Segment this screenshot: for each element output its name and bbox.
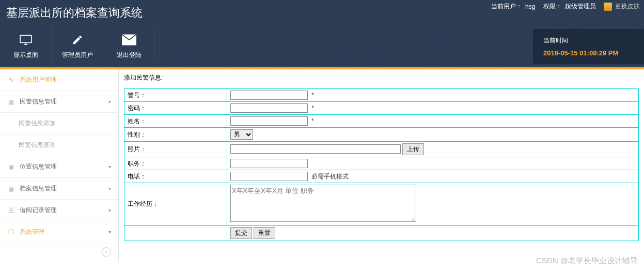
user-name: hsg	[525, 3, 535, 10]
list-icon: ☰	[7, 207, 14, 214]
pencil-icon: ✎	[7, 77, 14, 84]
label-password: 密码：	[124, 102, 227, 115]
reset-button[interactable]: 重置	[254, 227, 275, 239]
sidebar-subitem-police-query[interactable]: 民警信息查询	[0, 134, 118, 156]
time-panel: 当前时间 2018-05-15 01:08:29 PM	[533, 29, 644, 64]
upload-button[interactable]: 上传	[402, 143, 424, 155]
label-police-no: 警号：	[124, 89, 227, 102]
change-skin-link[interactable]: 更换皮肤	[615, 2, 640, 11]
sidebar-item-location-info[interactable]: ▣ 位置信息管理 ▾	[0, 156, 118, 178]
chevron-left-icon[interactable]: ‹	[102, 247, 111, 257]
app-title: 基层派出所的档案查询系统	[6, 5, 143, 21]
position-input[interactable]	[230, 159, 308, 168]
toolbar-label: 退出登陆	[117, 51, 142, 59]
grid-icon: ▦	[7, 185, 14, 192]
sidebar-item-system-user[interactable]: ✎ 系统用户管理	[0, 69, 118, 91]
user-label: 当前用户：	[491, 2, 522, 11]
chevron-down-icon: ▾	[108, 164, 111, 170]
label-gender: 性别：	[124, 128, 227, 142]
sidebar-item-file-info[interactable]: ▦ 档案信息管理 ▾	[0, 178, 118, 200]
submit-button[interactable]: 提交	[230, 227, 252, 239]
password-input[interactable]	[230, 103, 308, 113]
sidebar-item-label: 系统管理	[20, 228, 44, 236]
sidebar-subitem-police-add[interactable]: 民警信息添加	[0, 113, 118, 134]
sidebar-item-borrow-record[interactable]: ☰ 借阅记录管理 ▾	[0, 200, 118, 221]
time-value: 2018-05-15 01:08:29 PM	[543, 49, 634, 57]
sidebar-item-label: 借阅记录管理	[20, 206, 57, 215]
role-label: 权限：	[543, 2, 562, 11]
user-info: 当前用户：hsg 权限：超级管理员 更换皮肤	[491, 2, 640, 11]
toolbar: 显示桌面 管理员用户 退出登陆 当前时间 2018-05-15 01:08:29…	[0, 26, 644, 67]
app-header: 当前用户：hsg 权限：超级管理员 更换皮肤 基层派出所的档案查询系统 显示桌面…	[0, 0, 644, 67]
required-mark: *	[311, 117, 314, 125]
time-label: 当前时间	[543, 36, 634, 45]
label-name: 姓名：	[124, 115, 227, 128]
pencil-icon	[70, 34, 85, 46]
toolbar-label: 显示桌面	[13, 51, 38, 59]
skin-icon[interactable]	[604, 3, 612, 11]
chevron-down-icon: ▾	[108, 186, 111, 191]
photo-path-input[interactable]	[230, 144, 401, 154]
name-input[interactable]	[230, 116, 308, 126]
svg-rect-0	[20, 35, 32, 42]
toolbar-label: 管理员用户	[62, 51, 93, 59]
label-phone: 电话：	[124, 170, 227, 183]
phone-hint: 必需手机格式	[311, 173, 349, 180]
phone-input[interactable]	[230, 172, 308, 181]
box-icon: ❒	[7, 229, 14, 236]
sidebar-item-label: 系统用户管理	[20, 76, 57, 84]
chevron-down-icon: ▾	[108, 229, 111, 235]
police-no-input[interactable]	[230, 91, 308, 100]
sidebar-item-label: 民警信息管理	[20, 97, 57, 106]
gender-select[interactable]: 男	[230, 129, 253, 140]
required-mark: *	[311, 92, 314, 99]
monitor-icon	[19, 34, 33, 46]
required-mark: *	[311, 104, 314, 112]
layout-icon: ▣	[7, 163, 14, 171]
chevron-down-icon: ▾	[108, 207, 111, 213]
label-empty	[124, 226, 227, 241]
sidebar-item-police-info[interactable]: ▦ 民警信息管理 ▾	[0, 91, 118, 113]
label-position: 职务：	[124, 157, 227, 170]
sidebar-item-label: 档案信息管理	[20, 184, 57, 193]
form-title: 添加民警信息:	[124, 73, 639, 82]
role-name: 超级管理员	[565, 2, 596, 11]
show-desktop-button[interactable]: 显示桌面	[0, 26, 52, 67]
label-work-history: 工作经历：	[124, 183, 227, 226]
work-history-textarea[interactable]	[230, 185, 416, 222]
admin-user-button[interactable]: 管理员用户	[52, 26, 103, 67]
sidebar-scroll-hint: ‹	[0, 243, 118, 261]
grid-icon: ▦	[7, 98, 14, 106]
logout-button[interactable]: 退出登陆	[103, 26, 155, 67]
sidebar: ✎ 系统用户管理 ▦ 民警信息管理 ▾ 民警信息添加 民警信息查询 ▣ 位置信息…	[0, 69, 119, 261]
sidebar-item-system-manage[interactable]: ❒ 系统管理 ▾	[0, 221, 118, 243]
form-table: 警号： * 密码： * 姓名： * 性别： 男 照片： 上传 职务：	[124, 88, 639, 241]
content-area: 添加民警信息: 警号： * 密码： * 姓名： * 性别： 男 照片： 上传	[119, 69, 644, 261]
label-photo: 照片：	[124, 142, 227, 157]
envelope-icon	[122, 34, 136, 46]
sidebar-item-label: 位置信息管理	[20, 162, 57, 171]
chevron-down-icon: ▾	[108, 99, 111, 104]
